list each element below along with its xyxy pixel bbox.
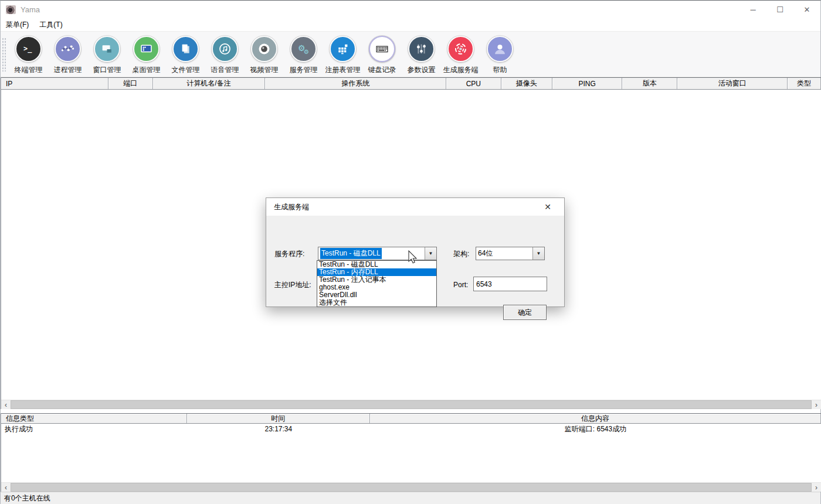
dropdown-item[interactable]: ServerDll.dll bbox=[317, 291, 436, 299]
help-person-icon bbox=[487, 36, 513, 62]
log-table-body: 执行成功23:17:34监听端口: 6543成功 bbox=[1, 424, 821, 482]
title-bar: Yama ─ ☐ ✕ bbox=[1, 1, 820, 18]
maximize-button[interactable]: ☐ bbox=[766, 1, 793, 18]
generate-server-dialog: 生成服务端 ✕ 服务程序: TestRun - 磁盘DLL ▼ 架构: 64位 … bbox=[266, 197, 565, 307]
dropdown-item[interactable]: ghost.exe bbox=[317, 284, 436, 291]
toolbar-button-video[interactable]: 视频管理 bbox=[245, 36, 284, 75]
toolbar-grip-handle[interactable] bbox=[2, 38, 6, 71]
log-table-hscrollbar: ‹ › bbox=[1, 482, 821, 492]
menu-item-tools[interactable]: 工具(T) bbox=[34, 19, 67, 31]
dialog-body: 服务程序: TestRun - 磁盘DLL ▼ 架构: 64位 ▼ 主控IP地址… bbox=[266, 216, 564, 308]
audio-icon bbox=[212, 36, 238, 62]
camera-eye-icon bbox=[251, 36, 277, 62]
app-icon bbox=[6, 5, 16, 14]
terminal-icon: >_ bbox=[15, 36, 42, 62]
status-text: 有0个主机在线 bbox=[4, 493, 50, 503]
build-server-icon bbox=[447, 36, 474, 62]
toolbar-button-desktop[interactable]: 桌面管理 bbox=[127, 36, 166, 75]
service-program-label: 服务程序: bbox=[274, 249, 304, 259]
toolbar-button-terminal[interactable]: >_终端管理 bbox=[9, 36, 48, 75]
toolbar-button-service[interactable]: ⚙⚙服务管理 bbox=[284, 36, 323, 75]
toolbar-button-label: 文件管理 bbox=[172, 65, 200, 75]
column-header[interactable]: 活动窗口 bbox=[677, 78, 788, 89]
toolbar-button-window[interactable]: 窗口管理 bbox=[87, 36, 127, 75]
column-header[interactable]: 版本 bbox=[622, 78, 677, 89]
column-header[interactable]: 操作系统 bbox=[265, 78, 446, 89]
log-list: 信息类型时间信息内容 执行成功23:17:34监听端口: 6543成功 ‹ › bbox=[1, 413, 821, 492]
menu-bar: 菜单(F)工具(T) bbox=[1, 18, 820, 31]
scrollbar-thumb[interactable] bbox=[11, 400, 812, 409]
column-header[interactable]: PING bbox=[552, 78, 623, 89]
toolbar-button-file[interactable]: 文件管理 bbox=[166, 36, 205, 75]
column-header[interactable]: 摄像头 bbox=[501, 78, 552, 89]
log-cell: 执行成功 bbox=[1, 424, 187, 434]
toolbar-button-label: 视频管理 bbox=[250, 65, 279, 75]
dialog-close-icon[interactable]: ✕ bbox=[540, 198, 556, 216]
scroll-left-icon[interactable]: ‹ bbox=[1, 400, 11, 409]
toolbar-button-settings[interactable]: 参数设置 bbox=[402, 36, 441, 75]
minimize-button[interactable]: ─ bbox=[739, 1, 766, 18]
windows-icon bbox=[94, 36, 120, 62]
column-header[interactable]: 信息类型 bbox=[1, 414, 187, 423]
dropdown-item[interactable]: TestRun - 磁盘DLL bbox=[317, 261, 436, 268]
toolbar-button-keylogger[interactable]: 键盘记录 bbox=[362, 36, 402, 75]
column-header[interactable]: CPU bbox=[446, 78, 501, 89]
ok-button[interactable]: 确定 bbox=[503, 305, 547, 320]
dialog-title-bar: 生成服务端 ✕ bbox=[266, 198, 564, 216]
files-icon bbox=[172, 36, 199, 62]
service-program-dropdown-list: TestRun - 磁盘DLLTestRun - 内存DLLTestRun - … bbox=[317, 260, 437, 307]
toolbar-button-label: 帮助 bbox=[493, 65, 507, 75]
menu-item-menu[interactable]: 菜单(F) bbox=[1, 19, 34, 31]
toolbar-button-label: 参数设置 bbox=[408, 65, 436, 75]
host-table-header: IP端口计算机名/备注操作系统CPU摄像头PING版本活动窗口类型 bbox=[1, 77, 821, 90]
toolbar-button-label: 注册表管理 bbox=[325, 65, 361, 75]
port-input[interactable] bbox=[473, 277, 547, 291]
scroll-right-icon[interactable]: › bbox=[812, 400, 821, 409]
toolbar-button-voice[interactable]: 语音管理 bbox=[205, 36, 245, 75]
scroll-right-icon[interactable]: › bbox=[812, 483, 821, 492]
close-button[interactable]: ✕ bbox=[793, 1, 820, 18]
column-header[interactable]: 计算机名/备注 bbox=[153, 78, 266, 89]
host-table-hscrollbar: ‹ › bbox=[1, 400, 821, 409]
toolbar-button-process[interactable]: 进程管理 bbox=[48, 36, 87, 75]
gears-icon: ⚙⚙ bbox=[290, 36, 317, 62]
toolbar-button-registry[interactable]: 注册表管理 bbox=[323, 36, 362, 75]
architecture-label: 架构: bbox=[453, 249, 469, 259]
app-window: Yama ─ ☐ ✕ 菜单(F)工具(T) >_终端管理进程管理窗口管理桌面管理… bbox=[0, 0, 821, 504]
scroll-left-icon[interactable]: ‹ bbox=[1, 483, 11, 492]
log-row[interactable]: 执行成功23:17:34监听端口: 6543成功 bbox=[1, 424, 821, 434]
column-header[interactable]: 时间 bbox=[187, 414, 371, 423]
toolbar-button-label: 服务管理 bbox=[290, 65, 318, 75]
registry-icon bbox=[330, 36, 356, 62]
dropdown-item[interactable]: TestRun - 内存DLL bbox=[317, 268, 436, 276]
service-program-value: TestRun - 磁盘DLL bbox=[320, 248, 382, 259]
column-header[interactable]: 端口 bbox=[108, 78, 153, 89]
window-title: Yama bbox=[21, 5, 40, 14]
scrollbar-thumb[interactable] bbox=[11, 483, 812, 492]
column-header[interactable]: 信息内容 bbox=[370, 414, 821, 423]
dropdown-item[interactable]: 选择文件 bbox=[317, 299, 436, 307]
toolbar-button-label: 终端管理 bbox=[15, 65, 43, 75]
toolbar-button-build[interactable]: 生成服务端 bbox=[441, 36, 480, 75]
service-program-combobox[interactable]: TestRun - 磁盘DLL ▼ bbox=[318, 247, 437, 260]
log-table-header: 信息类型时间信息内容 bbox=[1, 413, 821, 424]
architecture-value: 64位 bbox=[478, 248, 493, 258]
master-ip-label: 主控IP地址: bbox=[274, 280, 311, 290]
log-cell: 监听端口: 6543成功 bbox=[370, 424, 821, 434]
port-label: Port: bbox=[453, 281, 468, 289]
status-bar: 有0个主机在线 bbox=[1, 492, 820, 504]
toolbar-button-label: 键盘记录 bbox=[368, 65, 396, 75]
toolbar-button-label: 窗口管理 bbox=[93, 65, 121, 75]
toolbar: >_终端管理进程管理窗口管理桌面管理文件管理语音管理视频管理⚙⚙服务管理注册表管… bbox=[1, 31, 820, 77]
toolbar-button-help[interactable]: 帮助 bbox=[480, 36, 520, 75]
svg-text:⚙: ⚙ bbox=[304, 49, 309, 55]
desktop-icon bbox=[133, 36, 160, 62]
keyboard-icon bbox=[369, 36, 395, 62]
column-header[interactable]: IP bbox=[1, 78, 108, 89]
dropdown-item[interactable]: TestRun - 注入记事本 bbox=[317, 276, 436, 284]
chevron-down-icon[interactable]: ▼ bbox=[425, 247, 436, 260]
toolbar-button-label: 桌面管理 bbox=[133, 65, 161, 75]
column-header[interactable]: 类型 bbox=[788, 78, 821, 89]
architecture-combobox[interactable]: 64位 ▼ bbox=[476, 247, 545, 260]
chevron-down-icon[interactable]: ▼ bbox=[532, 247, 544, 260]
